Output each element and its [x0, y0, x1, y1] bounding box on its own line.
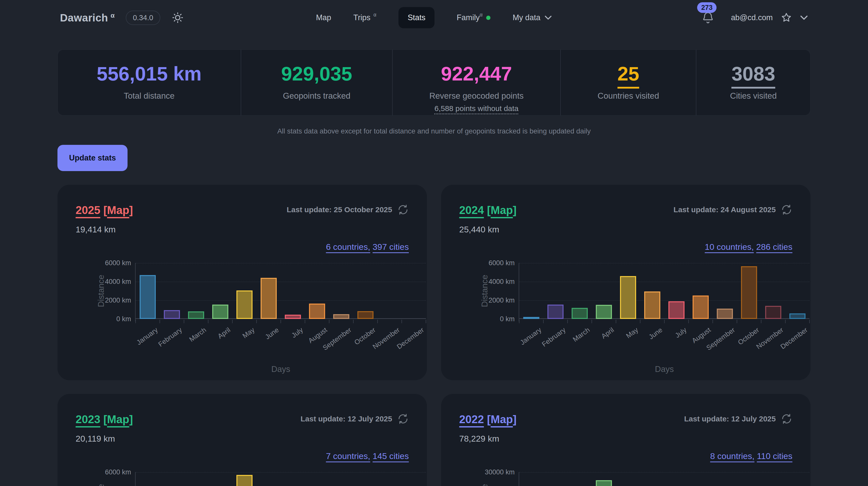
year-distance: 78,229 km: [459, 434, 793, 444]
bar-december[interactable]: [789, 313, 806, 319]
bar-june[interactable]: [644, 291, 660, 319]
cities-link[interactable]: 110 cities: [757, 451, 793, 461]
refresh-icon[interactable]: [397, 204, 409, 216]
cities-link[interactable]: 145 cities: [372, 451, 409, 461]
x-axis-tick: [305, 320, 305, 323]
year-card-title: 2022 [Map]: [459, 413, 517, 426]
year-card-2023: 2023 [Map]Last update: 12 July 202520,11…: [58, 394, 427, 486]
bar-may[interactable]: [620, 276, 636, 319]
stat-value: 556,015 km: [97, 63, 202, 89]
points-without-data-link[interactable]: 6,588 points without data: [434, 104, 519, 113]
theme-toggle-button[interactable]: [172, 11, 184, 24]
stat-label: Reverse geocoded points: [429, 91, 524, 101]
cities-link[interactable]: 286 cities: [756, 242, 793, 252]
y-axis-title: Distance: [480, 275, 490, 307]
year-link-2025[interactable]: 2025: [75, 204, 100, 216]
notifications-count-badge: 273: [697, 2, 716, 13]
stat-card-cities-visited: 3083Cities visited: [696, 50, 810, 115]
year-distance: 19,414 km: [75, 225, 409, 234]
nav-item-label: Family: [457, 13, 479, 22]
app-title: Dawarich: [60, 12, 108, 24]
year-cards-grid: 2025 [Map]Last update: 25 October 202519…: [58, 185, 810, 486]
nav-item-trips[interactable]: Tripsα: [353, 7, 376, 28]
bar-april[interactable]: [596, 480, 612, 486]
map-link-bracket: ]: [129, 204, 133, 216]
distance-bar-chart-2023: 6000 km4000 km2000 km0 kmJanuaryFebruary…: [135, 472, 426, 486]
year-card-2022: 2022 [Map]Last update: 12 July 202578,22…: [441, 394, 810, 486]
map-link-2022[interactable]: Map: [491, 413, 513, 425]
map-link-2024[interactable]: Map: [491, 204, 513, 216]
stat-value[interactable]: 3083: [732, 63, 775, 89]
year-card-header: 2023 [Map]Last update: 12 July 2025: [75, 413, 409, 426]
x-axis-title: Days: [135, 364, 426, 374]
stat-card-reverse-geocoded-points: 922,447Reverse geocoded points6,588 poin…: [392, 50, 560, 115]
app-logo[interactable]: Dawarichα: [60, 11, 115, 24]
chart-gridline: [135, 282, 426, 282]
chart-y-axis-line: [135, 263, 135, 321]
user-menu-button[interactable]: [800, 15, 808, 21]
notifications-button[interactable]: 273: [701, 11, 715, 25]
bar-september[interactable]: [333, 314, 349, 319]
nav-item-family[interactable]: Familyα: [457, 7, 491, 28]
x-axis-tick: [208, 320, 209, 323]
bar-june[interactable]: [260, 278, 277, 319]
year-link-2024[interactable]: 2024: [459, 204, 484, 216]
countries-link[interactable]: 6 countries,: [326, 242, 370, 252]
bar-april[interactable]: [596, 305, 612, 319]
countries-link[interactable]: 7 countries,: [326, 451, 370, 461]
nav-item-stats[interactable]: Stats: [399, 7, 434, 28]
y-axis-title: Distance: [480, 484, 490, 486]
bar-july[interactable]: [285, 315, 301, 319]
chart-gridline: [519, 282, 809, 282]
map-link-bracket: [: [103, 204, 107, 216]
x-axis-tick: [184, 320, 184, 323]
x-axis-tick: [785, 320, 785, 323]
bar-march[interactable]: [188, 311, 204, 319]
last-update-text: Last update: 24 August 2025: [674, 205, 776, 214]
bar-october[interactable]: [741, 266, 757, 319]
bar-may[interactable]: [237, 475, 252, 486]
bar-july[interactable]: [669, 301, 684, 319]
bar-november[interactable]: [765, 306, 781, 319]
bar-february[interactable]: [164, 310, 180, 319]
distance-bar-chart-2025: 6000 km4000 km2000 km0 kmJanuaryFebruary…: [135, 263, 426, 319]
year-distance: 20,119 km: [75, 434, 409, 444]
year-link-2022[interactable]: 2022: [459, 413, 484, 425]
bar-september[interactable]: [717, 309, 733, 319]
map-link-2025[interactable]: Map: [107, 204, 129, 216]
nav-item-my-data[interactable]: My data: [513, 7, 552, 28]
bar-march[interactable]: [571, 308, 588, 319]
bar-august[interactable]: [692, 295, 709, 319]
bar-january[interactable]: [523, 317, 539, 319]
x-axis-tick: [688, 320, 689, 323]
x-axis-tick: [329, 320, 330, 323]
year-link-2023[interactable]: 2023: [75, 413, 100, 425]
chart-gridline: [519, 300, 809, 301]
refresh-icon[interactable]: [397, 413, 409, 425]
bar-may[interactable]: [237, 290, 252, 319]
y-axis-tick-label: 6000 km: [472, 259, 515, 267]
x-axis-tick: [737, 320, 737, 323]
x-axis-tick: [591, 320, 592, 323]
cities-link[interactable]: 397 cities: [372, 242, 409, 252]
last-update-text: Last update: 12 July 2025: [684, 414, 776, 423]
stat-value[interactable]: 25: [618, 63, 640, 89]
favorite-button[interactable]: [780, 11, 793, 24]
refresh-icon[interactable]: [781, 204, 793, 216]
year-card-2025: 2025 [Map]Last update: 25 October 202519…: [58, 185, 427, 380]
bar-february[interactable]: [548, 305, 563, 319]
main-content: 556,015 kmTotal distance929,035Geopoints…: [58, 50, 810, 486]
countries-link[interactable]: 8 countries,: [710, 451, 754, 461]
update-stats-button[interactable]: Update stats: [58, 145, 127, 171]
bar-october[interactable]: [358, 311, 373, 319]
countries-link[interactable]: 10 countries,: [705, 242, 754, 252]
nav-item-map[interactable]: Map: [316, 7, 331, 28]
bar-april[interactable]: [212, 305, 228, 319]
countries-cities-links: 7 countries, 145 cities: [75, 451, 409, 461]
refresh-icon[interactable]: [781, 413, 793, 425]
bar-august[interactable]: [309, 304, 325, 319]
year-card-title: 2024 [Map]: [459, 204, 517, 217]
map-link-2023[interactable]: Map: [107, 413, 129, 425]
bar-january[interactable]: [140, 275, 156, 319]
nav-item-label: Map: [316, 13, 331, 22]
